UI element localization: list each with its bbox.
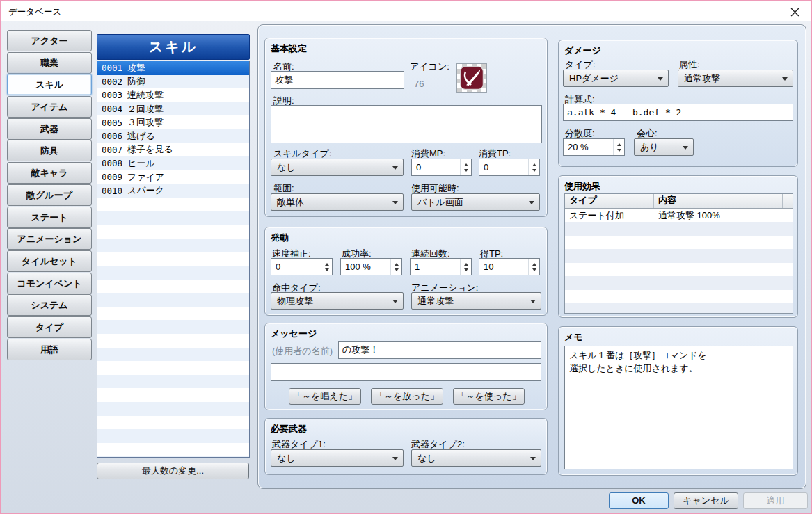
column-header-spacer (783, 194, 793, 208)
tab-states[interactable]: ステート (7, 207, 92, 228)
tab-tilesets[interactable]: タイルセット (7, 250, 92, 272)
effects-table-body: ステート付加 通常攻撃 100% (565, 209, 793, 314)
list-item[interactable]: 0005３回攻撃 (97, 115, 249, 129)
spinner-up-icon[interactable] (395, 263, 399, 266)
spinner-down-icon[interactable] (617, 149, 621, 152)
icon-picker-button[interactable] (456, 63, 487, 93)
apply-button[interactable]: 適用 (743, 492, 808, 509)
tp-gain-stepper[interactable]: 10 (479, 258, 540, 275)
name-input[interactable] (271, 71, 404, 89)
tab-armors[interactable]: 防具 (7, 140, 92, 161)
message-line1-input[interactable] (338, 341, 541, 359)
tab-troops[interactable]: 敵グループ (7, 184, 92, 206)
user-name-placeholder-label: (使用者の名前) (272, 345, 333, 358)
tab-classes[interactable]: 職業 (7, 52, 92, 74)
list-item[interactable]: 0009ファイア (97, 170, 249, 184)
spinner-arrows[interactable] (528, 159, 539, 175)
chevron-down-icon (530, 300, 536, 303)
repeats-stepper[interactable]: 1 (410, 258, 472, 275)
spinner-down-icon[interactable] (464, 268, 468, 271)
animation-select[interactable]: 通常攻撃 (411, 292, 541, 310)
description-textarea[interactable] (271, 105, 542, 143)
ok-button[interactable]: OK (609, 492, 669, 509)
change-maximum-button[interactable]: 最大数の変更... (97, 463, 249, 479)
note-group: メモ スキル１番は［攻撃］コマンドを 選択したときに使用されます。 (558, 326, 798, 476)
weapon-type1-select[interactable]: なし (271, 449, 404, 467)
tab-system[interactable]: システム (7, 294, 92, 316)
table-row[interactable]: ステート付加 通常攻撃 100% (565, 209, 793, 223)
spinner-up-icon[interactable] (464, 163, 468, 166)
spinner-down-icon[interactable] (532, 169, 536, 172)
weapon-type2-select[interactable]: なし (411, 449, 541, 467)
success-stepper[interactable]: 100 % (340, 258, 402, 275)
effects-table[interactable]: タイプ 内容 ステート付加 通常攻撃 100% (564, 193, 793, 314)
spinner-down-icon[interactable] (325, 268, 329, 271)
spinner-arrows[interactable] (528, 259, 539, 275)
tab-actors[interactable]: アクター (7, 30, 92, 51)
spinner-down-icon[interactable] (395, 268, 399, 271)
spinner-arrows[interactable] (460, 259, 471, 275)
list-item[interactable]: 0004２回攻撃 (97, 102, 249, 116)
spinner-arrows[interactable] (390, 259, 401, 275)
hit-type-select[interactable]: 物理攻撃 (271, 292, 404, 310)
tp-cost-stepper[interactable]: 0 (479, 159, 540, 176)
tab-common-events[interactable]: コモンイベント (7, 273, 92, 294)
list-item[interactable]: 0006逃げる (97, 129, 249, 143)
spinner-up-icon[interactable] (464, 263, 468, 266)
group-title: メモ (564, 331, 583, 344)
damage-type-select[interactable]: HPダメージ (563, 70, 669, 87)
group-title: 発動 (271, 232, 289, 244)
chevron-down-icon (529, 201, 534, 204)
preset-used-button[interactable]: 「～を使った」 (453, 388, 525, 405)
tab-enemies[interactable]: 敵キャラ (7, 162, 92, 184)
list-item[interactable]: 0008ヒール (97, 156, 249, 170)
group-title: メッセージ (271, 328, 317, 340)
preset-cast-button[interactable]: 「～を放った」 (371, 388, 443, 405)
message-line2-input[interactable] (271, 363, 541, 381)
list-empty-rows (97, 198, 249, 458)
speed-stepper[interactable]: 0 (271, 258, 333, 275)
mp-cost-stepper[interactable]: 0 (411, 159, 472, 176)
chevron-down-icon (658, 77, 663, 81)
tab-weapons[interactable]: 武器 (7, 118, 92, 140)
spinner-down-icon[interactable] (532, 268, 536, 271)
skill-list[interactable]: 0001攻撃 0002防御 0003連続攻撃 0004２回攻撃 0005３回攻撃… (97, 61, 250, 458)
spinner-up-icon[interactable] (325, 263, 329, 266)
scope-select[interactable]: 敵単体 (271, 193, 404, 211)
variance-stepper[interactable]: 20 % (563, 138, 625, 156)
spinner-up-icon[interactable] (532, 163, 536, 166)
title-bar: データベース (1, 1, 811, 21)
tab-animations[interactable]: アニメーション (7, 228, 92, 250)
column-header-type[interactable]: タイプ (565, 194, 654, 208)
spinner-up-icon[interactable] (617, 143, 621, 146)
close-icon[interactable] (788, 6, 801, 18)
column-header-content[interactable]: 内容 (654, 194, 783, 208)
list-item[interactable]: 0001攻撃 (97, 61, 249, 75)
icon-label: アイコン: (410, 61, 449, 73)
note-textarea[interactable]: スキル１番は［攻撃］コマンドを 選択したときに使用されます。 (564, 346, 793, 469)
element-select[interactable]: 通常攻撃 (678, 70, 793, 87)
preset-chanted-button[interactable]: 「～を唱えた」 (289, 388, 361, 405)
tab-items[interactable]: アイテム (7, 96, 92, 118)
cancel-button[interactable]: キャンセル (674, 492, 738, 509)
group-title: 必要武器 (271, 423, 307, 435)
critical-select[interactable]: あり (634, 138, 694, 156)
occasion-select[interactable]: バトル画面 (411, 193, 540, 211)
tab-terms[interactable]: 用語 (7, 339, 92, 360)
list-item[interactable]: 0007様子を見る (97, 143, 249, 157)
spinner-up-icon[interactable] (532, 263, 536, 266)
list-item[interactable]: 0003連続攻撃 (97, 88, 249, 102)
list-item[interactable]: 0010スパーク (97, 184, 249, 198)
skill-type-select[interactable]: なし (271, 159, 404, 176)
chevron-down-icon (392, 166, 398, 170)
spinner-down-icon[interactable] (464, 169, 468, 172)
required-weapon-group: 必要武器 武器タイプ1: なし 武器タイプ2: なし (264, 418, 548, 475)
formula-input[interactable] (563, 104, 793, 121)
list-header: スキル (97, 34, 250, 60)
tab-skills[interactable]: スキル (7, 74, 92, 95)
list-item[interactable]: 0002防御 (97, 75, 249, 89)
spinner-arrows[interactable] (613, 139, 624, 155)
spinner-arrows[interactable] (460, 159, 471, 175)
tab-types[interactable]: タイプ (7, 316, 92, 338)
spinner-arrows[interactable] (321, 259, 332, 275)
